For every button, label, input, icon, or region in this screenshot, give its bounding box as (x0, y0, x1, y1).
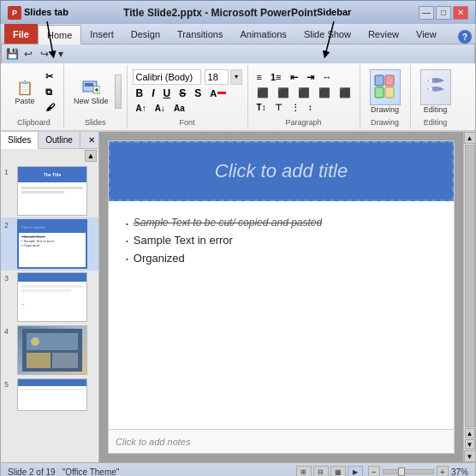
tab-slide-show[interactable]: Slide Show (295, 24, 360, 44)
font-row-3: A↑ A↓ Aa (133, 102, 242, 115)
tab-view[interactable]: View (408, 24, 445, 44)
slide-canvas[interactable]: Click to add title • Sample Text to be c… (108, 140, 455, 454)
align-right-button[interactable]: ⬛ (295, 86, 313, 100)
slides-label: Slides (85, 116, 106, 127)
increase-font-button[interactable]: A↑ (133, 102, 150, 115)
strikethrough-button[interactable]: S (176, 86, 189, 101)
font-size-input[interactable]: 18 (205, 69, 229, 85)
ribbon-tab-row: File Home Insert Design Transitions Anim… (1, 24, 475, 45)
scroll-down-button[interactable]: ▼ (464, 450, 476, 462)
align-center-button[interactable]: ⬛ (274, 86, 293, 100)
maximize-button[interactable]: □ (436, 6, 451, 20)
close-button[interactable]: ✕ (453, 6, 468, 20)
clear-format-button[interactable]: Aa (170, 102, 188, 115)
italic-button[interactable]: I (148, 86, 158, 101)
slide-sorter-button[interactable]: ⊟ (313, 466, 329, 476)
editing-button[interactable]: Editing (416, 67, 455, 116)
preview3-body: -- (18, 282, 86, 311)
numbered-list-button[interactable]: 1≡ (267, 70, 285, 84)
slide-body[interactable]: • Sample Text to be cut/ copied and past… (109, 201, 454, 429)
reading-view-button[interactable]: ▦ (330, 466, 346, 476)
tab-design[interactable]: Design (122, 24, 169, 44)
status-bar: Slide 2 of 19 "Office Theme" ⊞ ⊟ ▦ ▶ − +… (0, 462, 476, 476)
qa-dropdown[interactable]: ▾ (54, 47, 68, 61)
ribbon: File Home Insert Design Transitions Anim… (0, 24, 476, 132)
line-spacing-button[interactable]: ↕ (305, 101, 316, 114)
shadow-button[interactable]: S (191, 86, 205, 101)
window-controls[interactable]: — □ ✕ (419, 6, 468, 20)
align-left-button[interactable]: ⬛ (253, 86, 272, 100)
new-slide-button[interactable]: New Slide (69, 75, 113, 108)
preview1-header: The Title (18, 167, 86, 182)
tab-review[interactable]: Review (360, 24, 408, 44)
font-size-value: 18 (208, 72, 218, 82)
drawing-button[interactable]: Drawing (366, 67, 405, 116)
drawing-content: Drawing (366, 67, 405, 116)
preview2-header: Click to add title (19, 221, 86, 233)
slide-thumb-3[interactable]: 3 -- (1, 271, 98, 324)
smartart-button[interactable]: ⋮ (288, 101, 303, 114)
font-name-dropdown[interactable]: Calibri (Body) (133, 69, 201, 85)
new-slide-dropdown[interactable] (115, 74, 122, 109)
group-editing: Editing Editing (411, 65, 461, 128)
slide-thumb-5[interactable]: 5 (1, 377, 98, 413)
zoom-slider[interactable] (383, 469, 434, 474)
new-slide-icon (81, 78, 100, 97)
bullet-text-3: Organized (134, 252, 185, 265)
tab-transitions[interactable]: Transitions (169, 24, 231, 44)
columns-button[interactable]: ⬛ (336, 86, 354, 100)
tab-home[interactable]: Home (38, 25, 81, 45)
tab-insert[interactable]: Insert (81, 24, 122, 44)
justify-button[interactable]: ⬛ (315, 86, 334, 100)
bullet-list-button[interactable]: ≡ (253, 70, 265, 84)
slide-thumb-1[interactable]: 1 The Title (1, 164, 98, 217)
panel-close-button[interactable]: ✕ (85, 132, 98, 148)
font-color-button[interactable]: A (206, 86, 229, 100)
increase-indent-button[interactable]: ⇥ (303, 70, 318, 85)
minimize-button[interactable]: — (419, 6, 434, 20)
format-painter-button[interactable]: 🖌 (42, 100, 58, 114)
svg-point-11 (429, 79, 432, 82)
scroll-nav-btns: ▲ ▼ (465, 428, 475, 449)
decrease-font-button[interactable]: A↓ (152, 102, 169, 115)
zoom-thumb[interactable] (398, 467, 405, 476)
underline-button[interactable]: U (160, 86, 175, 101)
panel-tab-slides[interactable]: Slides (1, 132, 39, 149)
next-slide-button[interactable]: ▼ (465, 439, 475, 449)
scroll-thumb[interactable] (465, 145, 475, 427)
right-to-left-button[interactable]: ↔ (319, 70, 336, 84)
normal-view-button[interactable]: ⊞ (296, 466, 312, 476)
panel-tab-outline[interactable]: Outline (39, 132, 80, 148)
text-direction-button[interactable]: T↕ (253, 101, 270, 114)
tab-animations[interactable]: Animations (231, 24, 295, 44)
prev-slide-button[interactable]: ▲ (465, 428, 475, 438)
slide-thumb-2[interactable]: 2 Click to add title • Sample Text... • … (1, 217, 98, 271)
cut-button[interactable]: ✂ (42, 69, 58, 84)
qa-save[interactable]: 💾 (5, 47, 19, 61)
qa-undo[interactable]: ↩ (21, 47, 35, 61)
svg-rect-3 (85, 83, 93, 86)
svg-rect-16 (52, 353, 78, 368)
decrease-indent-button[interactable]: ⇤ (287, 70, 301, 85)
sidebar-annotation: Sidebar (317, 7, 351, 17)
copy-button[interactable]: ⧉ (42, 85, 58, 99)
slide-thumb-4[interactable]: 4 (1, 324, 98, 377)
zoom-out-button[interactable]: − (368, 466, 380, 476)
help-button[interactable]: ? (458, 30, 472, 44)
bold-button[interactable]: B (133, 86, 147, 101)
tab-file[interactable]: File (4, 24, 38, 44)
paste-button[interactable]: 📋 Paste (9, 75, 40, 108)
qa-redo[interactable]: ↪ (38, 47, 51, 61)
scroll-up-button[interactable]: ▲ (464, 132, 476, 144)
panel-scroll-up[interactable]: ▲ (85, 150, 97, 162)
slide-num-3: 3 (4, 272, 15, 283)
zoom-in-button[interactable]: + (437, 466, 449, 476)
align-text-button[interactable]: ⊤ (271, 101, 286, 114)
font-size-dropdown[interactable]: ▾ (230, 69, 242, 85)
slide-header[interactable]: Click to add title (109, 141, 454, 201)
notes-area[interactable]: Click to add notes (109, 429, 454, 453)
preview1-body (18, 182, 86, 198)
svg-point-17 (31, 337, 39, 346)
font-rows: Calibri (Body) 18 ▾ B I U S S (133, 69, 242, 115)
slideshow-button[interactable]: ▶ (348, 466, 363, 476)
